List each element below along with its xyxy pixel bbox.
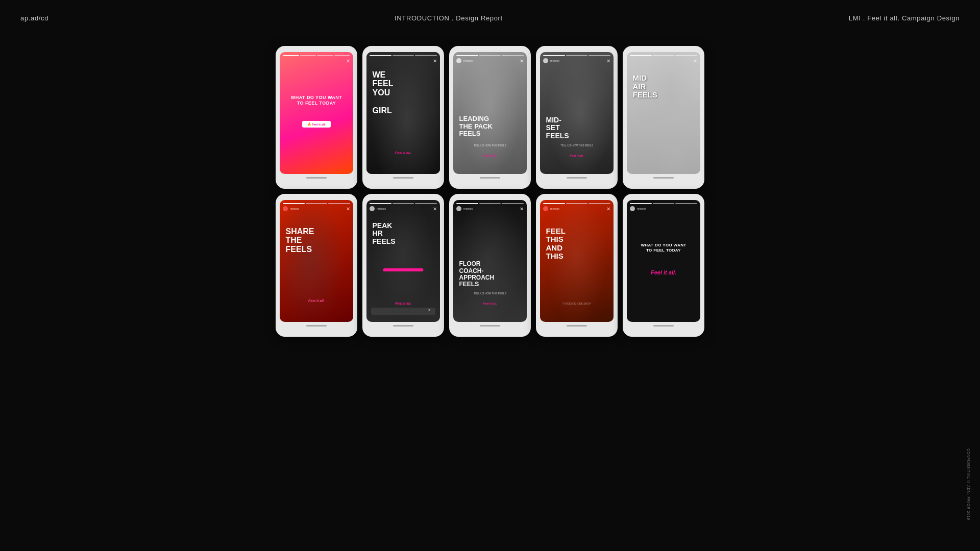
screen-1-3: reebook ✕ LEADINGTHE PACKFEELS TELL US H… [453, 52, 527, 174]
close-icon-1-3[interactable]: ✕ [520, 58, 524, 64]
screen-1-1: ✕ WHAT DO YOU WANTTO FEEL TODAY 🔥 Feel i… [280, 52, 353, 174]
cta-feel-all-2-1: Feel it all. [308, 299, 325, 303]
close-icon-1-2[interactable]: ✕ [433, 58, 437, 64]
cta-feel-all-1-3: Feel it all. [483, 154, 497, 157]
text-what-feel-dark: WHAT DO YOU WANTTO FEEL TODAY [634, 243, 693, 254]
header-left: ap.ad/cd [20, 14, 48, 22]
header-right: LMI . Feel it all. Campaign Design [849, 14, 960, 22]
text-leading-pack: LEADINGTHE PACKFEELS [459, 115, 493, 137]
home-indicator-1-3 [480, 177, 500, 179]
phone-2-3: reebook ✕ FLOORCOACH-APPROACHFEELS TELL … [449, 194, 531, 337]
text-floor-coach: FLOORCOACH-APPROACHFEELS [459, 261, 495, 288]
phones-row-1: ✕ WHAT DO YOU WANTTO FEEL TODAY 🔥 Feel i… [276, 46, 704, 189]
header-center: INTRODUCTION . Design Report [395, 14, 503, 22]
home-indicator-1-5 [653, 177, 674, 179]
cta-feel-all-2-3: Feel it all. [483, 302, 497, 305]
screen-1-4: reebook ✕ MID-SETFEELS TELL US HOW THIS … [540, 52, 614, 174]
close-icon-2-1[interactable]: ✕ [346, 206, 350, 212]
screen-2-5: reebook WHAT DO YOU WANTTO FEEL TODAY Fe… [627, 200, 700, 322]
phones-row-2: reebook ✕ SHARETHEFEELS Feel it all. ree… [276, 194, 704, 337]
home-indicator-1-2 [393, 177, 413, 179]
close-icon-1-4[interactable]: ✕ [606, 58, 610, 64]
close-icon-2-3[interactable]: ✕ [520, 206, 524, 212]
text-we-feel-girl: WEFEELYOUGIRL [373, 70, 394, 115]
screen-2-4: reebook ✕ FEELTHISANDTHIS © REEBOK. ONE … [540, 200, 614, 322]
home-indicator-2-2 [393, 325, 413, 327]
home-indicator-2-1 [306, 325, 327, 327]
phone-1-4: reebook ✕ MID-SETFEELS TELL US HOW THIS … [536, 46, 618, 189]
close-icon-1-5[interactable]: ✕ [693, 58, 697, 64]
close-icon-2-4[interactable]: ✕ [606, 206, 610, 212]
cta-feel-all-1-2: Feel it all. [395, 151, 411, 155]
screen-2-1: reebook ✕ SHARETHEFEELS Feel it all. [280, 200, 353, 322]
home-indicator-2-4 [567, 325, 587, 327]
bottom-input-bar[interactable] [371, 308, 436, 315]
phone-2-4: reebook ✕ FEELTHISANDTHIS © REEBOK. ONE … [536, 194, 618, 337]
phone-2-2: reebook ✕ PEAKHRFEELS Feel it all. ➤ [362, 194, 444, 337]
text-midset: MID-SETFEELS [546, 116, 569, 140]
close-icon-1-1[interactable]: ✕ [346, 58, 350, 64]
hr-bar [383, 268, 423, 271]
text-feel-this: FEELTHISANDTHIS [546, 227, 566, 261]
home-indicator-1-4 [567, 177, 587, 179]
phone-1-3: reebook ✕ LEADINGTHE PACKFEELS TELL US H… [449, 46, 531, 189]
close-icon-2-2[interactable]: ✕ [433, 206, 437, 212]
text-tell-1-3: TELL US HOW THIS FEELS [474, 144, 506, 147]
text-midair: MIDAIRFEELS [633, 74, 657, 99]
phone-2-1: reebook ✕ SHARETHEFEELS Feel it all. [276, 194, 357, 337]
cta-btn-1[interactable]: 🔥 Feel it all. [302, 121, 331, 128]
phone-1-2: ✕ WEFEELYOUGIRL Feel it all. [362, 46, 444, 189]
phones-grid: ✕ WHAT DO YOU WANTTO FEEL TODAY 🔥 Feel i… [0, 41, 980, 541]
phone-2-5: reebook WHAT DO YOU WANTTO FEEL TODAY Fe… [623, 194, 704, 337]
text-what-feel-1: WHAT DO YOU WANTTO FEEL TODAY [287, 95, 346, 107]
screen-1-2: ✕ WEFEELYOUGIRL Feel it all. [366, 52, 440, 174]
cta-feel-all-1-4: Feel it all. [570, 154, 583, 157]
phone-1-5: ✕ MIDAIRFEELS [623, 46, 704, 189]
home-indicator-1-1 [306, 177, 327, 179]
cta-feel-all-2-2: Feel it all. [395, 302, 411, 305]
screen-2-2: reebook ✕ PEAKHRFEELS Feel it all. ➤ [366, 200, 440, 322]
text-tell-1-4: TELL US HOW THIS FEELS [560, 144, 593, 147]
text-peak-hr: PEAKHRFEELS [373, 222, 396, 245]
send-icon[interactable]: ➤ [428, 308, 431, 312]
brand-text-2-4: © REEBOK. ONE SHOP [562, 302, 591, 305]
screen-2-3: reebook ✕ FLOORCOACH-APPROACHFEELS TELL … [453, 200, 527, 322]
text-share-feels: SHARETHEFEELS [286, 227, 314, 254]
home-indicator-2-5 [653, 325, 674, 327]
screen-1-5: ✕ MIDAIRFEELS [627, 52, 700, 174]
home-indicator-2-3 [480, 325, 500, 327]
header: ap.ad/cd INTRODUCTION . Design Report LM… [0, 0, 980, 36]
phone-1-1: ✕ WHAT DO YOU WANTTO FEEL TODAY 🔥 Feel i… [276, 46, 357, 189]
cta-feel-all-2-5: Feel it all. [651, 269, 676, 276]
confidential-text: CONFIDENTIAL © ADN. PRIOR 2019 [966, 448, 971, 520]
text-tell-2-3: TELL US HOW THIS FEELS [474, 292, 506, 295]
